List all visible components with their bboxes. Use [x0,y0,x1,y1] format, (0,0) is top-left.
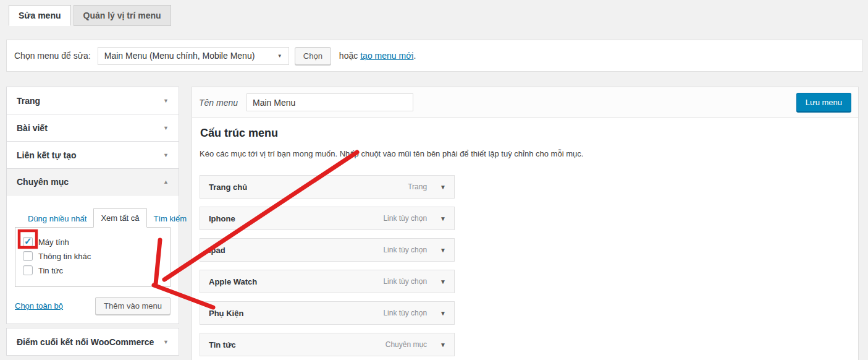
tab-manage-locations[interactable]: Quản lý vị trí menu [74,5,171,26]
checkbox-tin-tuc[interactable] [23,265,33,275]
item-expand-arrow-icon[interactable]: ▼ [440,310,446,317]
checkbox-thong-tin-khac[interactable] [23,251,33,261]
chevron-down-icon: ▼ [163,98,169,104]
period-text: . [413,51,416,61]
panel-custom-links-label: Liên kết tự tạo [17,150,76,160]
menu-select-bar: Chọn menu để sửa: Main Menu (Menu chính,… [6,40,863,72]
menu-item-title: Phụ Kiện [209,309,383,318]
menu-item-apple-watch[interactable]: Apple Watch Link tùy chọn ▼ [200,270,455,293]
menu-structure-hint: Kéo các mục tới vị trí bạn mong muốn. Nh… [200,149,851,158]
menu-item-phu-kien[interactable]: Phụ Kiện Link tùy chọn ▼ [200,301,455,325]
chevron-down-icon: ▼ [163,339,169,345]
panel-pages: Trang ▼ [6,87,179,114]
menu-item-trang-chu[interactable]: Trang chủ Trang ▼ [200,175,455,199]
panel-posts-header[interactable]: Bài viết ▼ [7,114,179,141]
panel-categories-label: Chuyên mục [17,177,69,187]
menu-item-iphone[interactable]: Iphone Link tùy chọn ▼ [200,207,455,230]
menu-name-input[interactable] [246,93,413,111]
categories-tab-bar: Dùng nhiều nhất Xem tất cả Tìm kiếm [15,208,171,228]
menu-item-type: Trang [408,182,427,191]
panel-categories-header[interactable]: Chuyên mục ▲ [7,169,179,195]
panel-pages-header[interactable]: Trang ▼ [7,87,179,114]
checkbox-may-tinh[interactable]: ✓ [23,237,33,247]
menu-item-ipad[interactable]: Ipad Link tùy chọn ▼ [200,238,455,262]
panel-woocommerce-endpoints: Điểm cuối kết nối WooCommerce ▼ [6,328,179,356]
panel-custom-links: Liên kết tự tạo ▼ [6,141,179,169]
menu-item-title: Apple Watch [209,277,383,286]
tab-most-used[interactable]: Dùng nhiều nhất [21,210,93,228]
menu-select-label: Chọn menu để sửa: [14,51,91,61]
tab-edit-menus[interactable]: Sửa menu [9,5,71,26]
categories-actions: Chọn toàn bộ Thêm vào menu [15,297,171,315]
panel-posts-label: Bài viết [17,123,48,133]
or-text: hoặc [339,51,358,61]
menu-editor-body: Cấu trúc menu Kéo các mục tới vị trí bạn… [192,118,858,360]
category-label[interactable]: Tin tức [38,266,63,275]
menu-item-title: Iphone [209,214,383,223]
category-row: Thông tin khác [23,251,170,261]
choose-menu-button[interactable]: Chọn [295,47,331,65]
item-expand-arrow-icon[interactable]: ▼ [440,247,446,254]
menu-item-type: Link tùy chọn [383,246,427,254]
panel-woocommerce-header[interactable]: Điểm cuối kết nối WooCommerce ▼ [7,328,179,355]
item-expand-arrow-icon[interactable]: ▼ [440,341,446,348]
panel-pages-label: Trang [17,96,40,106]
chevron-down-icon: ▼ [163,152,169,158]
tab-view-all[interactable]: Xem tất cả [93,208,146,228]
select-all-link[interactable]: Chọn toàn bộ [15,301,63,311]
menu-editor-header: Tên menu Lưu menu [192,87,858,118]
item-expand-arrow-icon[interactable]: ▼ [440,278,446,285]
save-menu-button[interactable]: Lưu menu [796,93,851,112]
category-label[interactable]: Máy tính [38,238,69,247]
add-to-menu-button[interactable]: Thêm vào menu [95,297,171,315]
nav-menus-page: Sửa menu Quản lý vị trí menu Chọn menu đ… [0,0,868,360]
tab-search[interactable]: Tìm kiếm [147,210,193,228]
menu-item-title: Ipad [209,246,383,255]
menu-editor-panel: Tên menu Lưu menu Cấu trúc menu Kéo các … [192,87,859,360]
menu-item-type: Chuyên mục [386,340,427,349]
panel-custom-links-header[interactable]: Liên kết tự tạo ▼ [7,142,179,168]
panel-categories: Chuyên mục ▲ Dùng nhiều nhất Xem tất cả … [6,168,179,324]
chevron-down-icon: ▼ [163,125,169,131]
menu-item-type: Link tùy chọn [383,309,427,317]
chevron-up-icon: ▲ [163,179,169,185]
menu-item-tin-tuc[interactable]: Tin tức Chuyên mục ▼ [200,333,455,356]
menu-item-type: Link tùy chọn [383,214,427,223]
panel-posts: Bài viết ▼ [6,114,179,142]
category-row: Tin tức [23,265,170,275]
category-row: ✓ Máy tính [23,237,170,247]
categories-checklist: ✓ Máy tính Thông tin khác Tin tức [15,227,171,287]
item-expand-arrow-icon[interactable]: ▼ [440,215,446,222]
dropdown-arrow-icon: ▼ [277,53,282,59]
menu-select-dropdown[interactable]: Main Menu (Menu chính, Mobile Menu) ▼ [98,47,289,65]
add-menu-items-sidebar: Trang ▼ Bài viết ▼ Liên kết tự tạo ▼ Chu… [6,87,179,356]
menu-item-title: Tin tức [209,340,386,349]
menu-select-value: Main Menu (Menu chính, Mobile Menu) [104,51,255,61]
categories-panel-body: Dùng nhiều nhất Xem tất cả Tìm kiếm ✓ Má… [7,195,179,324]
panel-woocommerce-label: Điểm cuối kết nối WooCommerce [17,337,154,347]
menu-name-label: Tên menu [199,98,238,108]
nav-tab-bar: Sửa menu Quản lý vị trí menu [9,5,171,26]
menu-structure-list: Trang chủ Trang ▼ Iphone Link tùy chọn ▼… [200,175,455,356]
menu-item-title: Trang chủ [209,182,408,192]
create-menu-link[interactable]: tạo menu mới [360,51,413,61]
item-expand-arrow-icon[interactable]: ▼ [440,184,446,191]
checkmark-icon: ✓ [24,236,32,247]
category-label[interactable]: Thông tin khác [38,252,91,261]
menu-structure-title: Cấu trúc menu [200,127,851,140]
menu-item-type: Link tùy chọn [383,277,427,286]
